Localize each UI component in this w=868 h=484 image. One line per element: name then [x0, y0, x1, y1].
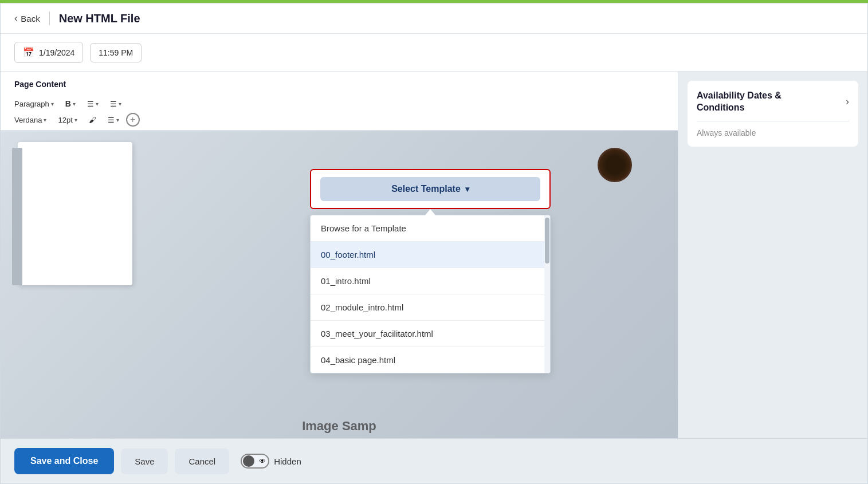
- dropdown-overlay: Select Template ▾ Browse for a Template …: [310, 169, 551, 373]
- size-label: 12pt: [58, 116, 72, 124]
- template-module-intro-label: 02_module_intro.html: [321, 302, 403, 312]
- more-format-button[interactable]: ☰ ▾: [103, 113, 124, 127]
- size-chevron-icon: ▾: [74, 117, 77, 123]
- cancel-button[interactable]: Cancel: [175, 448, 229, 474]
- paragraph-select[interactable]: Paragraph ▾: [10, 97, 58, 111]
- template-footer-label: 00_footer.html: [321, 250, 375, 259]
- toolbar-row-1: Paragraph ▾ B ▾ ☰ ▾ ☰ ▾: [10, 97, 669, 111]
- back-arrow-icon: ‹: [14, 13, 17, 23]
- size-select[interactable]: 12pt ▾: [53, 113, 81, 127]
- browse-template-item[interactable]: Browse for a Template: [311, 215, 550, 242]
- bold-chevron-icon: ▾: [73, 101, 76, 107]
- add-content-button[interactable]: +: [126, 113, 140, 127]
- paint-button[interactable]: 🖌: [84, 113, 101, 127]
- list-chevron-icon: ▾: [119, 101, 121, 107]
- editor-panel: Page Content Paragraph ▾ B ▾ ☰ ▾: [1, 72, 678, 438]
- plus-icon: +: [130, 115, 135, 125]
- paragraph-chevron-icon: ▾: [51, 101, 54, 107]
- select-template-button[interactable]: Select Template ▾: [320, 177, 540, 201]
- hidden-label: Hidden: [274, 457, 301, 466]
- toolbar: Paragraph ▾ B ▾ ☰ ▾ ☰ ▾: [1, 93, 678, 131]
- font-select[interactable]: Verdana ▾: [10, 113, 51, 127]
- template-item-footer[interactable]: 00_footer.html: [311, 242, 550, 268]
- font-chevron-icon: ▾: [44, 117, 46, 123]
- availability-value: Always available: [697, 128, 849, 137]
- hidden-toggle-container: 👁 Hidden: [241, 454, 301, 469]
- more-chevron-icon: ▾: [116, 117, 119, 123]
- select-template-container: Select Template ▾: [310, 169, 551, 209]
- back-label: Back: [21, 14, 40, 23]
- list-icon: ☰: [110, 100, 117, 108]
- toggle-knob: [243, 455, 254, 467]
- header: ‹ Back New HTML File: [1, 3, 867, 34]
- template-item-intro[interactable]: 01_intro.html: [311, 268, 550, 294]
- date-field[interactable]: 📅 1/19/2024: [14, 42, 83, 63]
- save-close-button[interactable]: Save and Close: [14, 448, 114, 474]
- paragraph-label: Paragraph: [14, 100, 49, 108]
- template-item-module-intro[interactable]: 02_module_intro.html: [311, 294, 550, 321]
- main-container: ‹ Back New HTML File 📅 1/19/2024 11:59 P…: [0, 3, 868, 484]
- coffee-cup-decoration: [598, 148, 632, 182]
- template-facilitator-label: 03_meet_your_facilitator.html: [321, 329, 433, 339]
- more-format-icon: ☰: [108, 116, 115, 124]
- availability-chevron-icon[interactable]: ›: [846, 96, 849, 108]
- template-item-facilitator[interactable]: 03_meet_your_facilitator.html: [311, 321, 550, 347]
- image-caption: Image Samp: [302, 419, 376, 434]
- datetime-row: 📅 1/19/2024 11:59 PM: [1, 34, 867, 72]
- toolbar-row-2: Verdana ▾ 12pt ▾ 🖌 ☰ ▾ +: [10, 113, 669, 127]
- sidebar-divider: [697, 121, 849, 121]
- availability-section: Availability Dates &Conditions › Always …: [688, 81, 858, 147]
- align-button[interactable]: ☰ ▾: [83, 97, 103, 111]
- page-content-label: Page Content: [1, 72, 678, 93]
- list-button[interactable]: ☰ ▾: [105, 97, 126, 111]
- eye-icon: 👁: [259, 457, 266, 465]
- hidden-toggle[interactable]: 👁: [241, 454, 269, 469]
- back-button[interactable]: ‹ Back: [14, 13, 40, 23]
- availability-section-header: Availability Dates &Conditions ›: [697, 90, 849, 114]
- bold-button[interactable]: B ▾: [61, 97, 80, 111]
- sidebar: Availability Dates &Conditions › Always …: [678, 72, 867, 438]
- date-value: 1/19/2024: [39, 48, 74, 57]
- footer: Save and Close Save Cancel 👁 Hidden: [1, 438, 867, 483]
- browse-template-label: Browse for a Template: [321, 223, 406, 233]
- align-icon: ☰: [87, 100, 94, 108]
- time-field[interactable]: 11:59 PM: [90, 43, 142, 62]
- align-chevron-icon: ▾: [96, 101, 99, 107]
- bold-icon: B: [65, 99, 71, 108]
- dropdown-triangle: [425, 209, 436, 216]
- template-basic-label: 04_basic page.html: [321, 355, 395, 365]
- template-item-basic[interactable]: 04_basic page.html: [311, 347, 550, 373]
- select-template-chevron-icon: ▾: [465, 184, 469, 194]
- calendar-icon: 📅: [23, 47, 34, 58]
- dropdown-list: Browse for a Template 00_footer.html 01_…: [310, 215, 551, 373]
- paint-icon: 🖌: [89, 116, 96, 124]
- save-button[interactable]: Save: [121, 448, 168, 474]
- dropdown-scrollbar[interactable]: [544, 215, 550, 373]
- template-intro-label: 01_intro.html: [321, 276, 371, 286]
- font-label: Verdana: [14, 116, 42, 124]
- scrollbar-thumb: [545, 218, 549, 263]
- page-title: New HTML File: [59, 12, 140, 25]
- availability-section-title: Availability Dates &Conditions: [697, 90, 781, 114]
- header-divider: [49, 11, 50, 25]
- content-area: Page Content Paragraph ▾ B ▾ ☰ ▾: [1, 72, 867, 438]
- select-template-label: Select Template: [391, 184, 461, 194]
- time-value: 11:59 PM: [99, 48, 133, 57]
